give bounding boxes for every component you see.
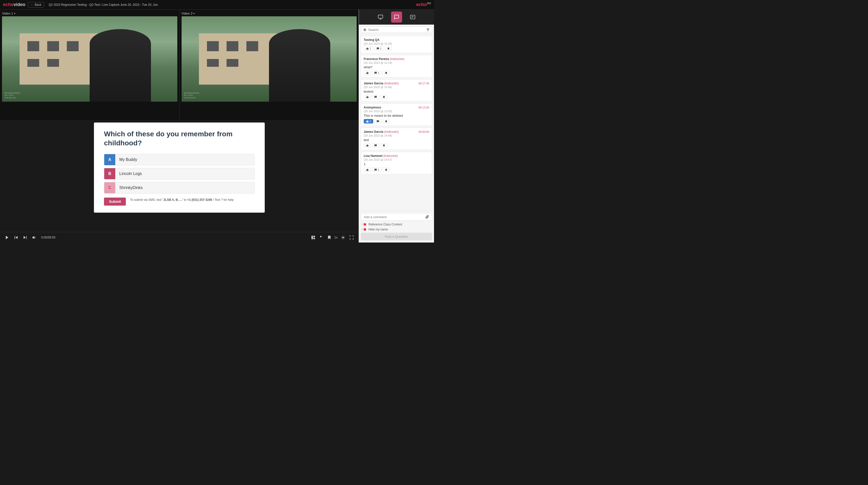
comment-item: James Garcia (Instructor) 00:17:34 (20 J… bbox=[361, 79, 432, 101]
filter-icon[interactable] bbox=[426, 28, 430, 32]
comment-date: (20 Jun 2023 @ 14:46) bbox=[364, 86, 429, 89]
comment-date: (20 Jun 2023 @ 12:39) bbox=[364, 42, 429, 45]
save-button[interactable] bbox=[382, 70, 390, 75]
svg-marker-2 bbox=[16, 236, 18, 239]
volume-button[interactable] bbox=[31, 234, 37, 240]
svg-marker-4 bbox=[24, 236, 26, 239]
like-button[interactable] bbox=[364, 95, 371, 99]
quiz-option-b[interactable]: B Lincoln Logs bbox=[104, 168, 255, 180]
flag-button[interactable] bbox=[319, 234, 324, 240]
comment-date: (20 Jun 2023 @ 12:19) bbox=[364, 61, 429, 64]
like-button[interactable]: 2 bbox=[364, 119, 373, 124]
reply-button[interactable] bbox=[372, 95, 379, 99]
like-button[interactable] bbox=[364, 167, 371, 172]
save-button[interactable] bbox=[382, 167, 390, 172]
tab-chat[interactable] bbox=[391, 11, 402, 23]
chevron-down-icon: ▾ bbox=[14, 12, 15, 15]
skip-back-button[interactable] bbox=[13, 234, 19, 240]
reply-button[interactable] bbox=[374, 119, 381, 124]
option-letter-c: C bbox=[104, 182, 115, 193]
comment-author: James Garcia (Instructor) bbox=[364, 130, 399, 134]
comment-time-link[interactable]: 00:00:00 bbox=[418, 130, 429, 133]
save-button[interactable] bbox=[382, 119, 390, 124]
like-button[interactable] bbox=[364, 143, 371, 148]
sidebar: Testing QA (20 Jun 2023 @ 12:39) 1 1 bbox=[359, 9, 434, 243]
submit-button[interactable]: Submit bbox=[104, 198, 126, 205]
comment-item: Lisa Hammet (Instructor) (20 Jun 2023 @ … bbox=[361, 152, 432, 174]
speed-button[interactable]: 1x bbox=[334, 236, 338, 239]
time-display: 0:00/59:55 bbox=[41, 236, 56, 239]
svg-marker-0 bbox=[6, 236, 8, 239]
comment-actions: 1 bbox=[364, 70, 429, 75]
svg-rect-7 bbox=[313, 236, 315, 237]
reference-class-label: Reference Class Content bbox=[368, 223, 402, 226]
layout-button[interactable] bbox=[310, 234, 316, 240]
svg-rect-3 bbox=[26, 236, 27, 239]
save-button[interactable] bbox=[380, 95, 388, 99]
comment-author: Anonymous bbox=[364, 106, 381, 109]
attach-icon[interactable] bbox=[425, 215, 429, 219]
skip-forward-button[interactable] bbox=[22, 234, 28, 240]
reply-button[interactable]: 1 bbox=[372, 167, 381, 172]
svg-point-9 bbox=[342, 237, 344, 238]
comment-time-link[interactable]: 00:13:20 bbox=[418, 106, 429, 109]
video1-watermark: BRANNON BRAGABILL POPEANN DRUYAN bbox=[4, 92, 20, 99]
comment-header: Anonymous 00:13:20 bbox=[364, 106, 429, 109]
fullscreen-button[interactable] bbox=[349, 234, 354, 240]
reply-button[interactable] bbox=[372, 143, 379, 148]
quiz-container: Which of these do you remember from chil… bbox=[94, 123, 265, 213]
bookmark-button[interactable] bbox=[327, 234, 332, 240]
option-text-b: Lincoln Logs bbox=[115, 168, 254, 179]
comment-time-link[interactable]: 00:17:34 bbox=[418, 82, 429, 85]
reference-class-dot bbox=[361, 223, 366, 226]
video2-frame: BRANNON BRAGABILL POPEANN DRUYAN bbox=[182, 16, 357, 102]
svg-rect-10 bbox=[378, 15, 382, 18]
bottom-controls: 0:00/59:55 1x bbox=[0, 232, 359, 243]
logo-echo: echo bbox=[3, 2, 13, 7]
sidebar-search-bar bbox=[361, 27, 432, 33]
comment-text: test bbox=[364, 138, 429, 142]
option-text-c: ShrinkyDinks bbox=[115, 182, 254, 193]
logo: echovideo bbox=[3, 2, 25, 7]
video1-thumbnail[interactable]: BRANNON BRAGABILL POPEANN DRUYAN bbox=[2, 16, 177, 102]
reply-button[interactable]: 1 bbox=[372, 70, 381, 75]
like-button[interactable]: 1 bbox=[364, 46, 373, 51]
option-letter-a: A bbox=[104, 154, 115, 165]
quiz-option-a[interactable]: A My Buddy bbox=[104, 154, 255, 165]
comment-date: (20 Jun 2023 @ 14:48) bbox=[364, 134, 429, 137]
comment-actions: 1 bbox=[364, 167, 429, 172]
play-button[interactable] bbox=[4, 234, 10, 240]
logo-video: video bbox=[13, 2, 25, 7]
sidebar-bottom: Reference Class Content Hide my name Pos… bbox=[359, 211, 434, 243]
video-area: Video 1 ▾ bbox=[0, 9, 359, 243]
videos-row: Video 1 ▾ bbox=[0, 9, 359, 120]
save-button[interactable] bbox=[385, 46, 392, 51]
comment-header: Testing QA bbox=[364, 38, 429, 42]
tab-captions[interactable] bbox=[407, 11, 418, 23]
sms-instructions: To submit via SMS, text "JLSB A, B, ..."… bbox=[130, 198, 233, 202]
comment-input[interactable] bbox=[364, 215, 425, 219]
post-question-button[interactable]: Post A Question bbox=[361, 233, 432, 240]
comment-item: James Garcia (Instructor) 00:00:00 (20 J… bbox=[361, 128, 432, 150]
video1-label: Video 1 ▾ bbox=[2, 11, 177, 15]
svg-point-12 bbox=[364, 28, 366, 31]
like-button[interactable] bbox=[364, 70, 371, 75]
main-layout: Video 1 ▾ bbox=[0, 9, 434, 243]
comment-actions: 1 1 bbox=[364, 46, 429, 51]
save-button[interactable] bbox=[380, 143, 388, 148]
settings-button[interactable] bbox=[340, 234, 346, 240]
comment-author: James Garcia (Instructor) bbox=[364, 82, 399, 85]
search-icon bbox=[363, 28, 367, 32]
tab-monitor[interactable] bbox=[375, 11, 386, 23]
comment-date: (20 Jun 2023 @ 12:03) bbox=[364, 110, 429, 113]
search-input[interactable] bbox=[367, 28, 426, 32]
back-button[interactable]: ← Back bbox=[28, 2, 44, 7]
back-label: Back bbox=[35, 3, 41, 6]
hide-name-toggle[interactable] bbox=[361, 228, 366, 231]
video2-thumbnail[interactable]: BRANNON BRAGABILL POPEANN DRUYAN bbox=[182, 16, 357, 102]
reply-button[interactable]: 1 bbox=[374, 46, 384, 51]
quiz-option-c[interactable]: C ShrinkyDinks bbox=[104, 182, 255, 194]
comment-header: James Garcia (Instructor) 00:00:00 bbox=[364, 130, 429, 134]
content-area: Which of these do you remember from chil… bbox=[0, 120, 359, 232]
quiz-submit-row: Submit To submit via SMS, text "JLSB A, … bbox=[104, 198, 255, 205]
